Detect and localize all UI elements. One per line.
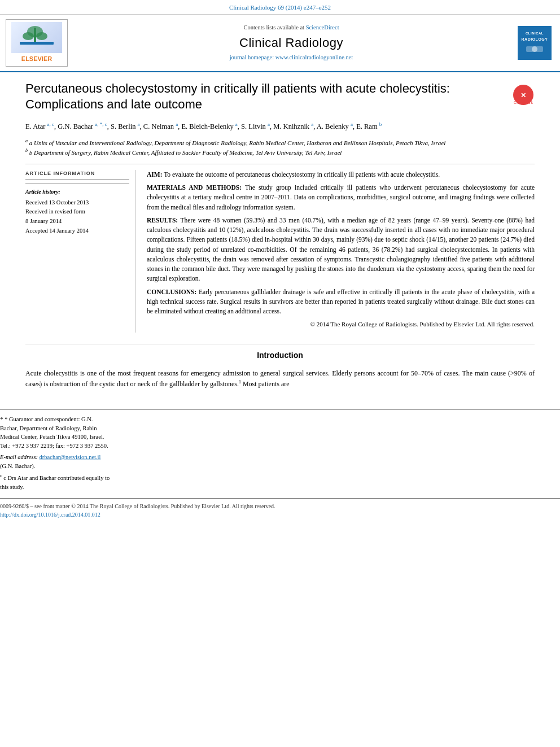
svg-rect-0 [20, 42, 54, 45]
journal-center: Contents lists available at ScienceDirec… [73, 24, 509, 62]
crossmark-logo: ✕ CrossMark [512, 84, 535, 106]
article-title-block: Percutaneous cholecystostomy in critical… [25, 81, 535, 113]
svg-point-3 [23, 32, 34, 40]
svg-point-4 [36, 32, 47, 40]
citation-bar: Clinical Radiology 69 (2014) e247–e252 [0, 0, 560, 15]
footer-left: * * Guarantor and correspondent: G.N. Ba… [0, 414, 110, 494]
history-item-3: 8 January 2014 [25, 217, 129, 226]
svg-text:✕: ✕ [520, 91, 526, 99]
radiology-logo-box: CLINICAL RADIOLOGY [518, 26, 552, 60]
left-column: ARTICLE INFORMATION Article history: Rec… [25, 170, 135, 333]
affiliations: a a Units of Vascular and Interventional… [25, 138, 535, 157]
email-link[interactable]: drbachar@netvision.net.il [40, 454, 101, 460]
journal-title: Clinical Radiology [73, 34, 509, 52]
journal-header: ELSEVIER Contents lists available at Sci… [0, 15, 560, 72]
abstract-results: RESULTS: There were 48 women (59.3%) and… [147, 216, 535, 284]
footer-two-col: * * Guarantor and correspondent: G.N. Ba… [0, 414, 560, 494]
history-item-1: Received 13 October 2013 [25, 199, 129, 207]
right-column-abstract: AIM: To evaluate the outcome of percutan… [147, 170, 535, 333]
article-title-text: Percutaneous cholecystostomy in critical… [25, 81, 506, 113]
authors-line: E. Atar a, c, G.N. Bachar a, *, c, S. Be… [25, 121, 535, 132]
two-column-section: ARTICLE INFORMATION Article history: Rec… [25, 164, 535, 333]
guarantor-note: * * Guarantor and correspondent: G.N. Ba… [0, 414, 110, 451]
issn-line: 0009-9260/$ – see front matter © 2014 Th… [0, 502, 560, 510]
contrib-note: c c Drs Atar and Bachar contributed equa… [0, 473, 110, 491]
svg-point-6 [532, 46, 537, 52]
abstract-conclusions: CONCLUSIONS: Early percutaneous gallblad… [147, 287, 535, 317]
elsevier-text: ELSEVIER [21, 55, 52, 63]
abstract-section: AIM: To evaluate the outcome of percutan… [147, 170, 535, 329]
contents-line: Contents lists available at ScienceDirec… [73, 24, 509, 32]
article-content: Percutaneous cholecystostomy in critical… [0, 72, 560, 398]
journal-homepage: journal homepage: www.clinicalradiologyo… [73, 54, 509, 62]
introduction-title: Introduction [25, 350, 535, 361]
radiology-logo: CLINICAL RADIOLOGY [515, 26, 554, 60]
footer-notes: * * Guarantor and correspondent: G.N. Ba… [0, 409, 560, 519]
copyright-line: © 2014 The Royal College of Radiologists… [147, 320, 535, 329]
svg-text:CrossMark: CrossMark [514, 101, 533, 104]
abstract-methods: MATERIALS AND METHODS: The study group i… [147, 183, 535, 212]
article-title: Percutaneous cholecystostomy in critical… [25, 81, 450, 112]
introduction-text: Acute cholecystitis is one of the most f… [25, 368, 535, 390]
history-item-4: Accepted 14 January 2014 [25, 227, 129, 235]
journal-citation: Clinical Radiology 69 (2014) e247–e252 [229, 4, 331, 11]
article-info-heading: ARTICLE INFORMATION [25, 170, 129, 180]
abstract-aim: AIM: To evaluate the outcome of percutan… [147, 170, 535, 180]
affiliation-b: b b Department of Surgery, Rabin Medical… [25, 147, 535, 157]
sciencedirect-link[interactable]: ScienceDirect [306, 24, 339, 30]
introduction-section: Introduction Acute cholecystitis is one … [25, 344, 535, 390]
elsevier-logo-image [11, 22, 62, 53]
affiliation-a: a a Units of Vascular and Interventional… [25, 138, 535, 147]
footer-bottom: 0009-9260/$ – see front matter © 2014 Th… [0, 498, 560, 519]
history-item-2: Received in revised form [25, 208, 129, 216]
doi-line: http://dx.doi.org/10.1016/j.crad.2014.01… [0, 510, 560, 519]
email-note: E-mail address: drbachar@netvision.net.i… [0, 453, 110, 471]
article-history-heading: Article history: [25, 188, 129, 196]
elsevier-logo: ELSEVIER [6, 19, 68, 66]
footer-right [121, 414, 560, 494]
